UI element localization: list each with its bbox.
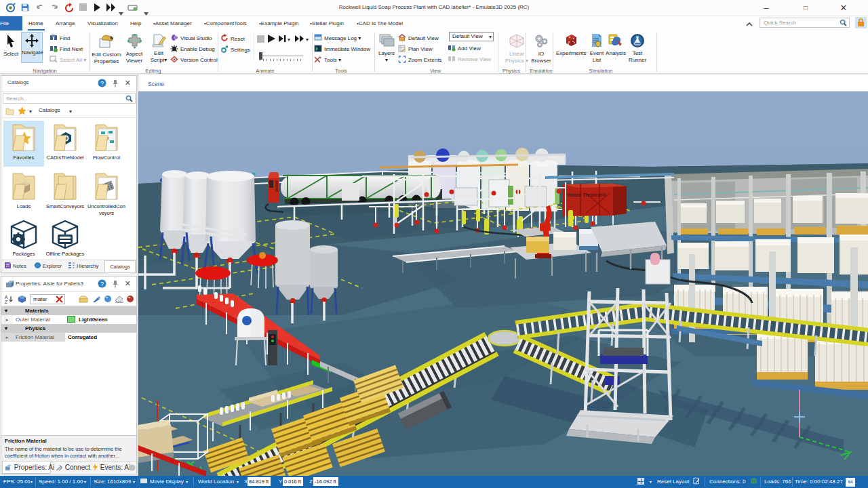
svg-text:?: ? — [100, 281, 104, 287]
svg-text:Z: Z — [5, 300, 7, 304]
svg-text:?: ? — [100, 80, 104, 87]
svg-text:A: A — [5, 295, 8, 300]
svg-text:Waste Treatment: Waste Treatment — [567, 192, 606, 198]
